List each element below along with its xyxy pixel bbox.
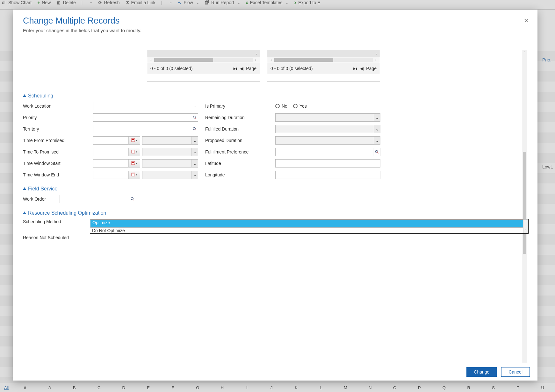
prev-page-icon[interactable]: ◀ <box>360 66 364 71</box>
section-rso[interactable]: Resource Scheduling Optimization <box>23 210 529 216</box>
delete-button[interactable]: 🗑Delete <box>56 0 76 5</box>
chevron-down-icon[interactable]: ⌄ <box>191 148 198 156</box>
chevron-down-icon[interactable]: ⌄ <box>254 51 259 56</box>
pager: ⏮ ◀ Page <box>353 66 377 71</box>
prev-page-icon[interactable]: ◀ <box>240 66 243 71</box>
scroll-up-icon[interactable]: ˄ <box>522 50 527 55</box>
work-order-input[interactable] <box>60 195 136 203</box>
chevron-down-icon[interactable]: ⌄ <box>90 0 92 4</box>
scroll-track[interactable] <box>274 58 373 62</box>
show-chart-button[interactable]: dllShow Chart <box>2 0 32 5</box>
territory-input[interactable] <box>93 125 198 133</box>
chevron-down-icon[interactable]: ⌄ <box>191 171 198 179</box>
scroll-track[interactable] <box>154 58 253 62</box>
priority-input[interactable] <box>93 113 198 122</box>
alpha-letter[interactable]: K <box>284 385 308 390</box>
alpha-letter[interactable]: S <box>481 385 506 390</box>
scroll-left-icon[interactable]: ‹ <box>270 58 272 62</box>
radio-yes[interactable]: Yes <box>293 103 307 109</box>
tw-start-time-input[interactable] <box>142 159 198 167</box>
alpha-letter[interactable]: A <box>37 385 62 390</box>
option-optimize[interactable]: Optimize <box>90 219 528 228</box>
alpha-letter[interactable]: Q <box>432 385 456 390</box>
chevron-down-icon[interactable]: ⌄ <box>374 51 379 56</box>
scroll-right-icon[interactable]: › <box>375 58 377 62</box>
lookup-icon[interactable] <box>191 125 198 133</box>
alpha-letter[interactable]: # <box>13 385 37 390</box>
calendar-icon[interactable] <box>128 171 140 179</box>
alpha-all[interactable]: All <box>0 385 13 390</box>
alpha-letter[interactable]: N <box>358 385 382 390</box>
alpha-letter[interactable]: F <box>161 385 185 390</box>
calendar-icon[interactable] <box>128 137 140 144</box>
chevron-down-icon[interactable]: ⌄ <box>169 0 172 4</box>
lookup-icon[interactable] <box>373 148 380 156</box>
alpha-letter[interactable]: R <box>456 385 481 390</box>
subgrid-status-bar: 0 - 0 of 0 (0 selected) ⏮ ◀ Page <box>267 63 380 74</box>
field-service-form: Work Order <box>23 195 529 203</box>
scroll-down-icon[interactable]: ˅ <box>523 228 528 233</box>
fulfilled-duration-input[interactable] <box>275 125 380 133</box>
new-button[interactable]: +New <box>37 0 51 5</box>
calendar-icon[interactable] <box>128 160 140 167</box>
chevron-down-icon[interactable]: ⌄ <box>374 114 380 121</box>
remaining-duration-input[interactable] <box>275 113 380 122</box>
column-header-priority: Prio. <box>542 57 551 62</box>
alpha-letter[interactable]: H <box>210 385 234 390</box>
work-location-select[interactable] <box>93 102 198 110</box>
longitude-input[interactable] <box>275 171 380 179</box>
alpha-letter[interactable]: B <box>62 385 87 390</box>
subgrid-hscroll[interactable]: ‹ › <box>147 57 260 63</box>
scroll-right-icon[interactable]: › <box>255 58 256 62</box>
subgrid-hscroll[interactable]: ‹ › <box>267 57 380 63</box>
scheduling-method-dropdown-open[interactable]: Optimize Do Not Optimize ˄ ˅ <box>90 219 529 234</box>
alpha-letter[interactable]: L <box>308 385 333 390</box>
fulfillment-preference-input[interactable] <box>275 148 380 156</box>
dropdown-scrollbar[interactable]: ˄ ˅ <box>523 219 528 233</box>
change-button[interactable]: Change <box>466 367 497 377</box>
email-link-button[interactable]: ✉Email a Link <box>126 0 155 5</box>
scroll-up-icon[interactable]: ˄ <box>523 219 528 225</box>
alpha-letter[interactable]: J <box>259 385 284 390</box>
scroll-left-icon[interactable]: ‹ <box>150 58 152 62</box>
alpha-letter[interactable]: G <box>185 385 210 390</box>
tw-end-time-input[interactable] <box>142 171 198 179</box>
latitude-input[interactable] <box>275 159 380 167</box>
chevron-down-icon[interactable]: ⌄ <box>191 160 198 167</box>
alpha-letter[interactable]: I <box>234 385 259 390</box>
section-field-service[interactable]: Field Service <box>23 186 529 192</box>
cancel-button[interactable]: Cancel <box>501 367 530 377</box>
first-page-icon[interactable]: ⏮ <box>353 66 357 71</box>
chevron-down-icon[interactable]: ⌄ <box>374 125 380 133</box>
alpha-letter[interactable]: T <box>506 385 530 390</box>
run-report-button[interactable]: 🗐Run Report⌄ <box>205 0 240 5</box>
chevron-down-icon[interactable]: ⌄ <box>374 137 380 144</box>
alpha-letter[interactable]: E <box>136 385 161 390</box>
option-do-not-optimize[interactable]: Do Not Optimize <box>90 228 528 233</box>
radio-no[interactable]: No <box>275 103 287 109</box>
calendar-icon[interactable] <box>128 148 140 156</box>
proposed-duration-input[interactable] <box>275 136 380 145</box>
lookup-icon[interactable] <box>191 114 198 121</box>
export-excel-button[interactable]: xExport to E <box>294 0 320 5</box>
work-order-lookup <box>60 195 136 203</box>
alpha-letter[interactable]: O <box>382 385 407 390</box>
page-label: Page <box>366 66 377 71</box>
dialog-vscrollbar[interactable]: ˄ ˅ <box>522 50 527 363</box>
lookup-icon[interactable] <box>129 195 136 203</box>
close-button[interactable]: ✕ <box>524 17 529 24</box>
time-to-time-input[interactable] <box>142 148 198 156</box>
section-scheduling[interactable]: Scheduling <box>23 93 529 99</box>
refresh-button[interactable]: ⟳Refresh <box>98 0 119 5</box>
alpha-letter[interactable]: M <box>333 385 358 390</box>
chevron-down-icon[interactable]: ⌄ <box>191 137 198 144</box>
scroll-thumb[interactable] <box>523 152 526 254</box>
alpha-letter[interactable]: D <box>111 385 136 390</box>
time-from-time-input[interactable] <box>142 136 198 145</box>
alpha-letter[interactable]: P <box>407 385 432 390</box>
flow-button[interactable]: ∿Flow⌄ <box>178 0 199 5</box>
alpha-letter[interactable]: U <box>530 385 555 390</box>
excel-templates-button[interactable]: xExcel Templates⌄ <box>246 0 289 5</box>
first-page-icon[interactable]: ⏮ <box>233 66 237 71</box>
alpha-letter[interactable]: C <box>87 385 111 390</box>
